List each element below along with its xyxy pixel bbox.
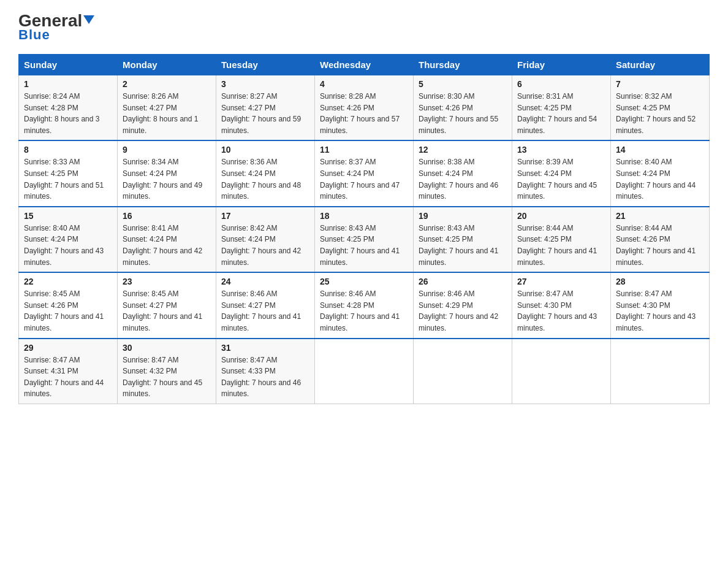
day-number: 6 — [517, 79, 605, 89]
calendar-cell: 11Sunrise: 8:37 AMSunset: 4:24 PMDayligh… — [315, 140, 414, 206]
logo-blue: Blue — [18, 27, 50, 43]
day-number: 14 — [616, 145, 704, 155]
calendar-week-row: 22Sunrise: 8:45 AMSunset: 4:26 PMDayligh… — [19, 272, 710, 338]
calendar-table: SundayMondayTuesdayWednesdayThursdayFrid… — [18, 54, 710, 404]
day-number: 8 — [24, 145, 112, 155]
calendar-cell: 1Sunrise: 8:24 AMSunset: 4:28 PMDaylight… — [19, 75, 118, 141]
day-info: Sunrise: 8:46 AMSunset: 4:27 PMDaylight:… — [221, 288, 309, 334]
calendar-cell: 18Sunrise: 8:43 AMSunset: 4:25 PMDayligh… — [315, 207, 414, 272]
calendar-cell: 8Sunrise: 8:33 AMSunset: 4:25 PMDaylight… — [19, 140, 118, 206]
calendar-cell — [414, 339, 512, 404]
header-friday: Friday — [512, 55, 611, 75]
calendar-cell: 28Sunrise: 8:47 AMSunset: 4:30 PMDayligh… — [611, 272, 710, 338]
header-thursday: Thursday — [414, 55, 512, 75]
day-number: 12 — [419, 145, 507, 155]
day-number: 25 — [320, 277, 408, 286]
day-number: 29 — [24, 343, 112, 353]
calendar-week-row: 1Sunrise: 8:24 AMSunset: 4:28 PMDaylight… — [19, 75, 710, 141]
calendar-cell: 31Sunrise: 8:47 AMSunset: 4:33 PMDayligh… — [216, 339, 315, 404]
day-info: Sunrise: 8:42 AMSunset: 4:24 PMDaylight:… — [221, 223, 309, 268]
day-info: Sunrise: 8:40 AMSunset: 4:24 PMDaylight:… — [24, 223, 112, 268]
day-info: Sunrise: 8:47 AMSunset: 4:30 PMDaylight:… — [616, 288, 704, 334]
calendar-cell: 22Sunrise: 8:45 AMSunset: 4:26 PMDayligh… — [19, 272, 118, 338]
day-number: 31 — [221, 343, 309, 353]
calendar-cell: 19Sunrise: 8:43 AMSunset: 4:25 PMDayligh… — [414, 207, 512, 272]
calendar-cell: 23Sunrise: 8:45 AMSunset: 4:27 PMDayligh… — [118, 272, 216, 338]
page-header: General Blue — [18, 12, 710, 43]
calendar-week-row: 29Sunrise: 8:47 AMSunset: 4:31 PMDayligh… — [19, 339, 710, 404]
day-info: Sunrise: 8:45 AMSunset: 4:26 PMDaylight:… — [24, 288, 112, 334]
day-info: Sunrise: 8:44 AMSunset: 4:25 PMDaylight:… — [517, 223, 605, 268]
day-number: 9 — [123, 145, 211, 155]
calendar-cell: 14Sunrise: 8:40 AMSunset: 4:24 PMDayligh… — [611, 140, 710, 206]
calendar-cell: 17Sunrise: 8:42 AMSunset: 4:24 PMDayligh… — [216, 207, 315, 272]
calendar-cell: 15Sunrise: 8:40 AMSunset: 4:24 PMDayligh… — [19, 207, 118, 272]
calendar-cell: 12Sunrise: 8:38 AMSunset: 4:24 PMDayligh… — [414, 140, 512, 206]
day-info: Sunrise: 8:38 AMSunset: 4:24 PMDaylight:… — [419, 156, 507, 202]
calendar-cell: 30Sunrise: 8:47 AMSunset: 4:32 PMDayligh… — [118, 339, 216, 404]
day-info: Sunrise: 8:47 AMSunset: 4:33 PMDaylight:… — [221, 354, 309, 400]
calendar-cell: 20Sunrise: 8:44 AMSunset: 4:25 PMDayligh… — [512, 207, 611, 272]
day-number: 2 — [123, 79, 211, 89]
calendar-cell: 3Sunrise: 8:27 AMSunset: 4:27 PMDaylight… — [216, 75, 315, 141]
calendar-cell — [512, 339, 611, 404]
calendar-cell: 9Sunrise: 8:34 AMSunset: 4:24 PMDaylight… — [118, 140, 216, 206]
day-number: 4 — [320, 79, 408, 89]
day-number: 5 — [419, 79, 507, 89]
calendar-cell: 5Sunrise: 8:30 AMSunset: 4:26 PMDaylight… — [414, 75, 512, 141]
day-number: 10 — [221, 145, 309, 155]
day-number: 27 — [517, 277, 605, 286]
day-info: Sunrise: 8:47 AMSunset: 4:32 PMDaylight:… — [123, 354, 211, 400]
day-info: Sunrise: 8:28 AMSunset: 4:26 PMDaylight:… — [320, 91, 408, 136]
day-number: 16 — [123, 211, 211, 221]
day-number: 17 — [221, 211, 309, 221]
day-info: Sunrise: 8:34 AMSunset: 4:24 PMDaylight:… — [123, 156, 211, 202]
day-number: 13 — [517, 145, 605, 155]
day-number: 19 — [419, 211, 507, 221]
day-info: Sunrise: 8:24 AMSunset: 4:28 PMDaylight:… — [24, 91, 112, 136]
day-number: 26 — [419, 277, 507, 286]
day-info: Sunrise: 8:43 AMSunset: 4:25 PMDaylight:… — [419, 223, 507, 268]
day-number: 20 — [517, 211, 605, 221]
day-info: Sunrise: 8:33 AMSunset: 4:25 PMDaylight:… — [24, 156, 112, 202]
calendar-week-row: 15Sunrise: 8:40 AMSunset: 4:24 PMDayligh… — [19, 207, 710, 272]
calendar-cell: 21Sunrise: 8:44 AMSunset: 4:26 PMDayligh… — [611, 207, 710, 272]
calendar-cell — [315, 339, 414, 404]
calendar-cell: 29Sunrise: 8:47 AMSunset: 4:31 PMDayligh… — [19, 339, 118, 404]
calendar-cell: 27Sunrise: 8:47 AMSunset: 4:30 PMDayligh… — [512, 272, 611, 338]
calendar-week-row: 8Sunrise: 8:33 AMSunset: 4:25 PMDaylight… — [19, 140, 710, 206]
header-tuesday: Tuesday — [216, 55, 315, 75]
day-info: Sunrise: 8:39 AMSunset: 4:24 PMDaylight:… — [517, 156, 605, 202]
day-number: 23 — [123, 277, 211, 286]
day-info: Sunrise: 8:40 AMSunset: 4:24 PMDaylight:… — [616, 156, 704, 202]
day-number: 3 — [221, 79, 309, 89]
day-info: Sunrise: 8:46 AMSunset: 4:28 PMDaylight:… — [320, 288, 408, 334]
day-info: Sunrise: 8:47 AMSunset: 4:30 PMDaylight:… — [517, 288, 605, 334]
calendar-cell: 4Sunrise: 8:28 AMSunset: 4:26 PMDaylight… — [315, 75, 414, 141]
header-sunday: Sunday — [19, 55, 118, 75]
day-number: 22 — [24, 277, 112, 286]
day-number: 24 — [221, 277, 309, 286]
calendar-cell: 26Sunrise: 8:46 AMSunset: 4:29 PMDayligh… — [414, 272, 512, 338]
day-info: Sunrise: 8:27 AMSunset: 4:27 PMDaylight:… — [221, 91, 309, 136]
calendar-cell: 6Sunrise: 8:31 AMSunset: 4:25 PMDaylight… — [512, 75, 611, 141]
header-saturday: Saturday — [611, 55, 710, 75]
calendar-cell: 7Sunrise: 8:32 AMSunset: 4:25 PMDaylight… — [611, 75, 710, 141]
day-number: 15 — [24, 211, 112, 221]
day-info: Sunrise: 8:45 AMSunset: 4:27 PMDaylight:… — [123, 288, 211, 334]
day-info: Sunrise: 8:30 AMSunset: 4:26 PMDaylight:… — [419, 91, 507, 136]
day-number: 18 — [320, 211, 408, 221]
calendar-cell: 10Sunrise: 8:36 AMSunset: 4:24 PMDayligh… — [216, 140, 315, 206]
day-number: 1 — [24, 79, 112, 89]
day-info: Sunrise: 8:26 AMSunset: 4:27 PMDaylight:… — [123, 91, 211, 136]
calendar-cell: 16Sunrise: 8:41 AMSunset: 4:24 PMDayligh… — [118, 207, 216, 272]
calendar-cell: 2Sunrise: 8:26 AMSunset: 4:27 PMDaylight… — [118, 75, 216, 141]
header-monday: Monday — [118, 55, 216, 75]
calendar-cell: 25Sunrise: 8:46 AMSunset: 4:28 PMDayligh… — [315, 272, 414, 338]
day-info: Sunrise: 8:32 AMSunset: 4:25 PMDaylight:… — [616, 91, 704, 136]
calendar-header-row: SundayMondayTuesdayWednesdayThursdayFrid… — [19, 55, 710, 75]
day-info: Sunrise: 8:41 AMSunset: 4:24 PMDaylight:… — [123, 223, 211, 268]
day-info: Sunrise: 8:37 AMSunset: 4:24 PMDaylight:… — [320, 156, 408, 202]
day-info: Sunrise: 8:43 AMSunset: 4:25 PMDaylight:… — [320, 223, 408, 268]
day-info: Sunrise: 8:47 AMSunset: 4:31 PMDaylight:… — [24, 354, 112, 400]
